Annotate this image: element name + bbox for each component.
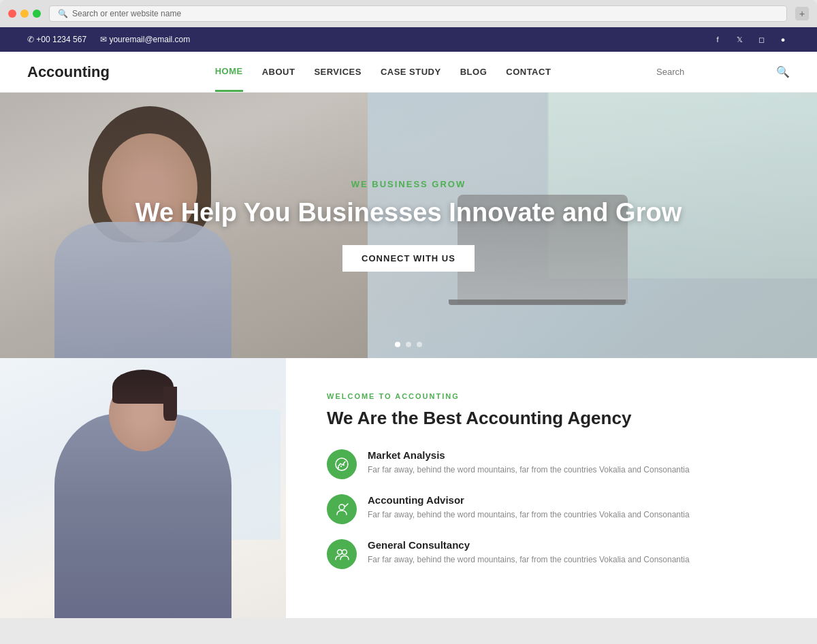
nav-blog[interactable]: BLOG xyxy=(460,53,487,91)
site-logo[interactable]: Accounting xyxy=(27,63,110,81)
feature-accounting-advisor: Accounting Advisor Far far away, behind … xyxy=(327,494,783,524)
feature-consultancy-desc: Far far away, behind the word mountains,… xyxy=(368,553,690,566)
dot-3[interactable] xyxy=(417,342,422,347)
nav-search[interactable]: 🔍 xyxy=(656,65,790,78)
hero-dots xyxy=(395,342,422,347)
feature-market-text: Market Analysis Far far away, behind the… xyxy=(368,449,690,479)
dot-1[interactable] xyxy=(395,342,400,347)
hero-cta-button[interactable]: CONNECT WITH US xyxy=(342,245,475,272)
about-title: We Are the Best Accounting Agency xyxy=(327,407,783,430)
close-button[interactable] xyxy=(8,10,16,18)
market-analysis-icon xyxy=(327,449,357,479)
email-address: ✉ youremail@email.com xyxy=(100,35,190,44)
phone-number: ✆ +00 1234 567 xyxy=(27,35,86,44)
dot-2[interactable] xyxy=(406,342,411,347)
hero-section: WE BUSINESS GROW We Help You Businesses … xyxy=(0,93,817,358)
search-input[interactable] xyxy=(656,67,771,77)
top-bar-contact: ✆ +00 1234 567 ✉ youremail@email.com xyxy=(27,35,190,44)
nav-links: HOME ABOUT SERVICES CASE STUDY BLOG CONT… xyxy=(215,52,551,92)
twitter-icon[interactable]: 𝕏 xyxy=(733,33,746,46)
feature-advisor-desc: Far far away, behind the word mountains,… xyxy=(368,509,690,521)
feature-advisor-text: Accounting Advisor Far far away, behind … xyxy=(368,494,690,524)
about-content: WELCOME TO ACCOUNTING We Are the Best Ac… xyxy=(286,358,817,618)
feature-market-analysis: Market Analysis Far far away, behind the… xyxy=(327,449,783,479)
about-image xyxy=(0,358,286,618)
svg-rect-3 xyxy=(343,464,345,466)
feature-consultancy-text: General Consultancy Far far away, behind… xyxy=(368,539,690,569)
address-bar[interactable]: 🔍 Search or enter website name xyxy=(49,5,787,22)
search-icon: 🔍 xyxy=(58,9,68,18)
hero-content: WE BUSINESS GROW We Help You Businesses … xyxy=(0,93,817,358)
nav-case-study[interactable]: CASE STUDY xyxy=(381,53,441,91)
new-tab-button[interactable]: + xyxy=(795,7,809,20)
hero-title: We Help You Businesses Innovate and Grow xyxy=(135,197,682,229)
nav-contact[interactable]: CONTACT xyxy=(506,53,551,91)
feature-advisor-title: Accounting Advisor xyxy=(368,494,690,506)
consultancy-icon xyxy=(327,539,357,569)
nav-services[interactable]: SERVICES xyxy=(314,53,362,91)
nav-home[interactable]: HOME xyxy=(215,52,243,92)
feature-market-title: Market Analysis xyxy=(368,449,690,461)
browser-chrome: 🔍 Search or enter website name + xyxy=(0,0,817,27)
hero-subtitle: WE BUSINESS GROW xyxy=(351,179,466,189)
social-links: f 𝕏 ◻ ● xyxy=(711,33,790,46)
feature-consultancy: General Consultancy Far far away, behind… xyxy=(327,539,783,569)
svg-rect-1 xyxy=(338,467,339,468)
navbar: Accounting HOME ABOUT SERVICES CASE STUD… xyxy=(0,52,817,93)
minimize-button[interactable] xyxy=(20,10,29,18)
about-tag: WELCOME TO ACCOUNTING xyxy=(327,392,783,400)
accounting-advisor-icon xyxy=(327,494,357,524)
website-container: ✆ +00 1234 567 ✉ youremail@email.com f 𝕏… xyxy=(0,27,817,618)
top-bar: ✆ +00 1234 567 ✉ youremail@email.com f 𝕏… xyxy=(0,27,817,52)
facebook-icon[interactable]: f xyxy=(711,33,724,46)
svg-rect-2 xyxy=(340,466,342,467)
traffic-lights xyxy=(8,10,41,18)
about-section: WELCOME TO ACCOUNTING We Are the Best Ac… xyxy=(0,358,817,618)
browser-titlebar: 🔍 Search or enter website name + xyxy=(0,5,817,27)
svg-point-5 xyxy=(338,549,342,554)
nav-about[interactable]: ABOUT xyxy=(262,53,295,91)
svg-point-6 xyxy=(342,549,347,554)
pinterest-icon[interactable]: ● xyxy=(776,33,790,46)
search-icon[interactable]: 🔍 xyxy=(776,65,790,78)
feature-market-desc: Far far away, behind the word mountains,… xyxy=(368,464,690,476)
feature-consultancy-title: General Consultancy xyxy=(368,539,690,551)
instagram-icon[interactable]: ◻ xyxy=(754,33,768,46)
maximize-button[interactable] xyxy=(33,10,41,18)
address-text: Search or enter website name xyxy=(72,9,181,18)
